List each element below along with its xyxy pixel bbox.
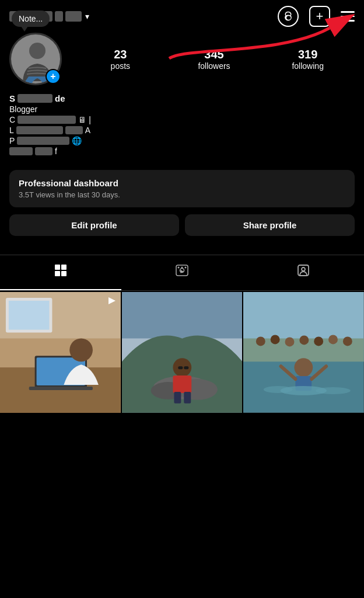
- svg-point-43: [328, 335, 338, 345]
- plus-icon: +: [316, 10, 324, 23]
- top-bar: ▾ +: [0, 0, 364, 33]
- svg-point-9: [178, 267, 180, 269]
- followers-label: followers: [167, 61, 261, 71]
- photo-grid: [0, 292, 364, 413]
- tab-tagged[interactable]: [243, 255, 364, 290]
- grid-icon: [54, 263, 68, 281]
- new-post-icon-button[interactable]: +: [309, 6, 330, 27]
- bio-line1: C 🖥 |: [9, 115, 355, 124]
- tab-grid[interactable]: [0, 255, 121, 290]
- svg-rect-6: [61, 271, 66, 276]
- svg-point-23: [69, 338, 93, 361]
- svg-rect-33: [178, 366, 183, 369]
- svg-point-45: [295, 358, 313, 377]
- svg-rect-5: [55, 271, 60, 276]
- tab-bar: [0, 255, 364, 291]
- svg-point-50: [264, 386, 293, 393]
- stat-following[interactable]: 319 following: [261, 48, 355, 71]
- bio-role-line: Blogger: [9, 105, 355, 114]
- svg-rect-34: [184, 366, 188, 369]
- reels-icon: [175, 263, 189, 281]
- photo-cell-3[interactable]: [243, 292, 364, 413]
- svg-point-39: [271, 335, 280, 345]
- photo-cell-1[interactable]: [0, 292, 121, 413]
- svg-point-40: [285, 338, 295, 347]
- action-buttons: Edit profile Share profile: [9, 214, 355, 236]
- svg-rect-32: [184, 392, 191, 404]
- edit-profile-button[interactable]: Edit profile: [9, 214, 179, 236]
- svg-rect-3: [55, 265, 60, 270]
- note-text: Note...: [19, 14, 43, 23]
- professional-dashboard[interactable]: Professional dashboard 3.5T views in the…: [9, 170, 355, 207]
- stat-followers[interactable]: 345 followers: [167, 48, 261, 71]
- dashboard-title: Professional dashboard: [19, 178, 345, 188]
- posts-count: 23: [74, 48, 167, 61]
- followers-count: 345: [167, 48, 261, 61]
- bio-line4: f: [9, 147, 355, 156]
- svg-rect-30: [173, 376, 191, 393]
- reel-play-icon-1: [107, 295, 117, 309]
- stats-row: 23 posts 345 followers 319 following: [74, 48, 355, 71]
- following-count: 319: [261, 48, 355, 61]
- note-bubble[interactable]: Note...: [12, 11, 50, 27]
- svg-point-42: [314, 337, 324, 346]
- svg-point-2: [29, 43, 46, 59]
- top-bar-right: +: [278, 6, 355, 27]
- bio-name-line: S de: [9, 93, 355, 103]
- posts-label: posts: [74, 61, 167, 71]
- dashboard-subtitle: 3.5T views in the last 30 days.: [19, 190, 345, 199]
- chevron-down-icon: ▾: [85, 12, 89, 21]
- bio-section: S de Blogger C 🖥 | L A P 🌐 f: [9, 93, 355, 164]
- add-story-button[interactable]: +: [46, 69, 61, 84]
- share-profile-button[interactable]: Share profile: [185, 214, 355, 236]
- tagged-icon: [296, 263, 310, 281]
- svg-point-44: [343, 337, 352, 346]
- svg-rect-31: [174, 392, 181, 404]
- tab-reels[interactable]: [121, 255, 243, 290]
- svg-rect-18: [9, 301, 50, 330]
- svg-point-13: [302, 267, 305, 271]
- svg-rect-22: [29, 387, 93, 390]
- following-label: following: [261, 61, 355, 71]
- svg-point-41: [300, 336, 309, 345]
- bio-line3: P 🌐: [9, 136, 355, 145]
- stat-posts[interactable]: 23 posts: [74, 48, 167, 71]
- threads-icon-button[interactable]: [278, 6, 299, 27]
- profile-top: Note... +: [9, 33, 355, 85]
- avatar-wrapper: Note... +: [9, 33, 62, 85]
- photo-cell-2[interactable]: [122, 292, 243, 413]
- svg-point-10: [181, 267, 183, 269]
- svg-point-38: [256, 337, 265, 346]
- svg-point-51: [316, 387, 351, 394]
- svg-point-11: [185, 267, 187, 269]
- profile-section: Note... +: [0, 33, 364, 255]
- bio-role: Blogger: [9, 105, 37, 114]
- svg-rect-4: [61, 265, 66, 270]
- bio-line2: L A: [9, 126, 355, 135]
- menu-button[interactable]: [341, 11, 355, 22]
